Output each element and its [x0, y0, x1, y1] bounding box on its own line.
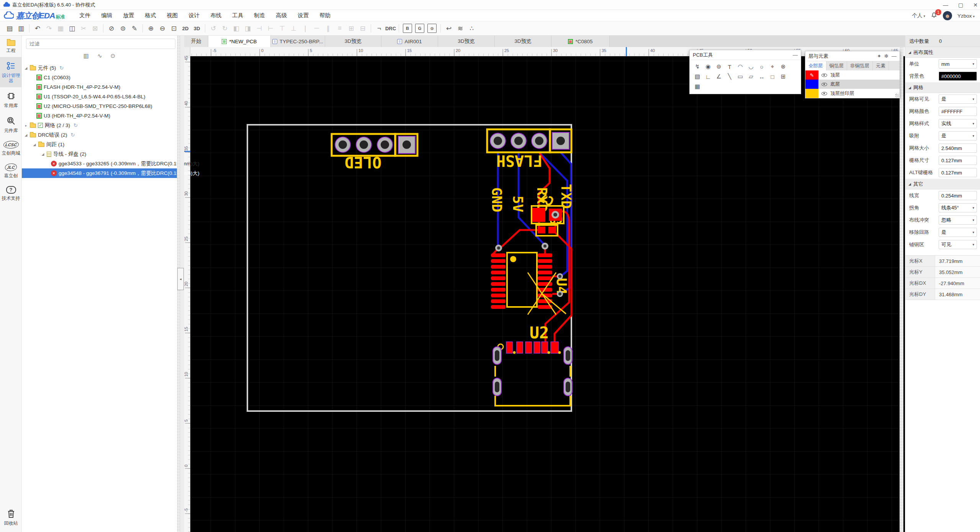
arc-center-tool[interactable]: ◡: [746, 62, 756, 72]
avatar[interactable]: ☻: [943, 11, 952, 20]
menu-view[interactable]: 视图: [161, 10, 183, 21]
restore-button[interactable]: ▢: [958, 2, 963, 8]
section-other[interactable]: ◢其它: [905, 179, 980, 189]
sidebar-item-recycle-bin[interactable]: 回收站: [0, 505, 22, 530]
layer-color-swatch[interactable]: [805, 80, 818, 89]
zoom-fit-button[interactable]: ⊡: [168, 23, 180, 34]
section-canvas-properties[interactable]: ◢画布属性: [905, 47, 980, 58]
zoom-out-button[interactable]: ⊖: [157, 23, 168, 34]
cut-button[interactable]: ✂: [78, 23, 89, 34]
layer-row-top[interactable]: ✎ 顶层: [805, 70, 900, 80]
paste-button[interactable]: ▦: [55, 23, 66, 34]
theme-button[interactable]: ✎: [129, 23, 140, 34]
tab-new-pcb[interactable]: *NEW_PCB: [208, 36, 271, 47]
tree-item-u1[interactable]: U1 (TSSOP-20_L6.5-W4.4-P0.65-LS6.4-BL): [22, 92, 177, 101]
tab-3d-preview-1[interactable]: 3D预览: [325, 36, 381, 47]
tab-c0805[interactable]: *C0805: [551, 36, 610, 47]
layer-row-top-silk[interactable]: 顶层丝印层: [805, 89, 900, 98]
image-tool[interactable]: ▧: [692, 72, 703, 82]
canvas-scrollbar-track[interactable]: [900, 47, 903, 532]
net-filter-icon[interactable]: ∿: [97, 52, 102, 59]
minimize-panel-button[interactable]: —: [793, 52, 798, 58]
align-top-button[interactable]: ⊤: [276, 23, 288, 34]
copper-area-tool[interactable]: ▱: [746, 72, 756, 82]
expander-icon[interactable]: ◢: [24, 133, 28, 137]
silkscreen-label-flash[interactable]: FLASH: [496, 152, 542, 170]
arc-tool[interactable]: ◠: [735, 62, 746, 72]
line-width-input[interactable]: 0.254mm: [939, 191, 977, 200]
pcb-canvas[interactable]: OLED FLASH GND 5V RXD TXD C7 C8: [184, 47, 905, 532]
line-tool[interactable]: ╲: [724, 72, 735, 82]
angle-dimension-tool[interactable]: ∠: [713, 72, 724, 82]
tab-elements[interactable]: 元素: [873, 61, 889, 70]
sidebar-item-lcsc-mall[interactable]: LCSC 立创商城: [0, 137, 22, 160]
align-right-button[interactable]: ⊢: [265, 23, 276, 34]
sidebar-item-jlc[interactable]: JLC 嘉立创: [0, 160, 22, 182]
menu-edit[interactable]: 编辑: [96, 10, 118, 21]
sidebar-item-component-library[interactable]: 元件库: [0, 112, 22, 137]
measure-tool[interactable]: ↔: [756, 72, 767, 82]
tab-start[interactable]: 开始: [184, 36, 208, 47]
ungroup-button[interactable]: ⊟: [357, 23, 368, 34]
tree-components-header[interactable]: ◢ 元件 (5)↻: [22, 63, 177, 73]
notification-bell[interactable]: 1: [931, 12, 937, 20]
layer-color-swatch[interactable]: ✎: [805, 70, 818, 80]
layer-row-bottom[interactable]: 底层: [805, 80, 900, 89]
tree-wire-pad-header[interactable]: ◢ 导线 - 焊盘 (2): [22, 149, 177, 159]
copper-zone-select[interactable]: 可见▾: [939, 240, 977, 249]
gear-icon[interactable]: ✻: [884, 53, 888, 59]
copy-button[interactable]: ◫: [66, 23, 78, 34]
tree-drc-error-1[interactable]: ✕gge34533 - gge33265 (-0.309mm，需要比DRC(0.…: [22, 159, 177, 168]
tree-item-c1[interactable]: C1 (C0603): [22, 73, 177, 82]
undo-button[interactable]: ↶: [32, 23, 43, 34]
corner-select[interactable]: 线条45°▾: [939, 203, 977, 212]
resize-grip[interactable]: [895, 94, 899, 98]
routing-conflict-select[interactable]: 忽略▾: [939, 215, 977, 225]
text-tool[interactable]: T: [724, 62, 735, 72]
drc-info-icon[interactable]: ⊙: [111, 52, 116, 59]
circle-tool[interactable]: ○: [756, 62, 767, 72]
tree-clearance-header[interactable]: ◢ 间距 (1): [22, 140, 177, 149]
tree-drc-error-2[interactable]: ✕gge34548 - gge36791 (-0.309mm，需要比DRC(0.…: [22, 168, 177, 178]
zoom-in-button[interactable]: ⊕: [145, 23, 157, 34]
background-color-input[interactable]: #000000: [939, 72, 977, 81]
expander-icon[interactable]: ◢: [41, 152, 45, 156]
search-button[interactable]: ⊘: [106, 23, 117, 34]
tab-non-copper-layers[interactable]: 非铜箔层: [847, 61, 873, 70]
filter-input[interactable]: [26, 39, 175, 49]
refresh-icon[interactable]: ↻: [71, 132, 75, 138]
tab-3d-preview-2[interactable]: 3D预览: [438, 36, 495, 47]
minimize-button[interactable]: —: [943, 2, 948, 8]
track-tool[interactable]: ↯: [692, 62, 703, 72]
redo-button[interactable]: ↷: [43, 23, 55, 34]
unit-select[interactable]: mm▾: [939, 59, 977, 69]
rotate-ccw-button[interactable]: ↺: [208, 23, 219, 34]
raster-size-input[interactable]: 0.127mm: [939, 156, 977, 165]
dimension-tool[interactable]: ∟: [703, 72, 713, 82]
solid-region-tool[interactable]: ▭: [735, 72, 746, 82]
group-button[interactable]: ⊞: [345, 23, 357, 34]
grid-visible-select[interactable]: 是▾: [939, 95, 977, 104]
tab-typec[interactable]: TYPEC-250-BRP...: [271, 36, 325, 47]
route-button[interactable]: ¬: [373, 23, 385, 34]
group-tool[interactable]: ⊞: [778, 72, 789, 82]
grid-color-input[interactable]: #FFFFFF: [939, 107, 977, 116]
panel-collapse-handle[interactable]: ◂: [177, 268, 184, 290]
panelize-tool[interactable]: ▦: [692, 82, 703, 91]
expander-icon[interactable]: ◢: [33, 143, 36, 147]
personal-menu[interactable]: 个人▾: [912, 12, 925, 19]
username-menu[interactable]: Yzbox▾: [957, 13, 975, 19]
align-center-h-button[interactable]: ∣: [299, 23, 311, 34]
menu-format[interactable]: 格式: [139, 10, 161, 21]
align-left-button[interactable]: ⊣: [254, 23, 265, 34]
grid-style-select[interactable]: 实线▾: [939, 119, 977, 128]
rotate-cw-button[interactable]: ↻: [219, 23, 231, 34]
view-2d-button[interactable]: 2D: [180, 23, 191, 34]
distribute-v-button[interactable]: ≡: [334, 23, 345, 34]
refresh-icon[interactable]: ↻: [59, 65, 64, 71]
tab-3d-preview-3[interactable]: 3D预览: [495, 36, 551, 47]
bom-export-button[interactable]: B: [403, 24, 412, 33]
remove-loop-select[interactable]: 是▾: [939, 228, 977, 237]
import-button[interactable]: ↩: [443, 23, 455, 34]
sidebar-item-design-manager[interactable]: 设计管理器: [0, 57, 22, 87]
